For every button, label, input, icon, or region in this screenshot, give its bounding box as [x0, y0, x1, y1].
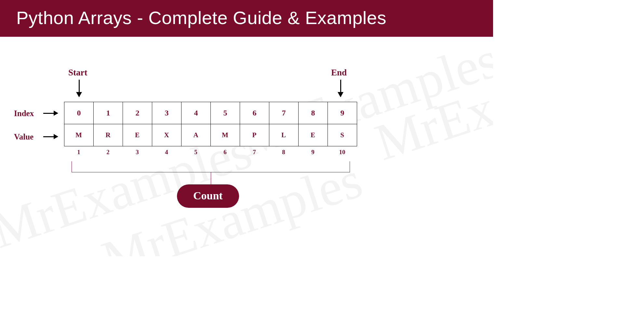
index-cell: 9 [328, 102, 357, 124]
value-cell: A [181, 124, 211, 146]
index-cell: 1 [94, 102, 123, 124]
value-row: M R E X A M P L E S [64, 124, 357, 146]
page-header: Python Arrays - Complete Guide & Example… [0, 0, 493, 37]
arrow-down-icon [79, 80, 80, 97]
diagram-area: MrExamples MrExamples MrExamples MrExamp… [0, 37, 493, 256]
count-cell: 10 [328, 149, 357, 156]
count-bracket [72, 161, 350, 172]
value-cell: P [240, 124, 269, 146]
count-cell: 9 [298, 149, 328, 156]
watermark: MrExamples [368, 33, 493, 173]
index-cell: 2 [123, 102, 152, 124]
count-bracket-stem [211, 172, 211, 185]
page-title: Python Arrays - Complete Guide & Example… [16, 7, 386, 28]
index-cell: 8 [299, 102, 328, 124]
index-cell: 0 [64, 102, 94, 124]
index-cell: 5 [211, 102, 240, 124]
count-cell: 4 [152, 149, 181, 156]
count-pill: Count [177, 184, 239, 208]
index-cell: 7 [269, 102, 299, 124]
count-cell: 5 [181, 149, 210, 156]
count-cell: 8 [269, 149, 298, 156]
index-row-label: Index [14, 109, 34, 118]
count-row: 1 2 3 4 5 6 7 8 9 10 [64, 149, 357, 156]
value-cell: S [328, 124, 357, 146]
count-cell: 7 [240, 149, 269, 156]
count-cell: 6 [210, 149, 240, 156]
value-row-label: Value [14, 132, 34, 141]
index-row: 0 1 2 3 4 5 6 7 8 9 [64, 102, 357, 124]
index-cell: 3 [152, 102, 181, 124]
end-label: End [331, 68, 347, 78]
count-cell: 1 [64, 149, 93, 156]
arrow-right-icon [43, 136, 58, 137]
count-cell: 3 [123, 149, 152, 156]
value-cell: L [269, 124, 299, 146]
value-cell: M [211, 124, 240, 146]
arrow-down-icon [340, 80, 341, 97]
array-table: 0 1 2 3 4 5 6 7 8 9 M R E X A M P L E S [64, 102, 357, 146]
start-label: Start [68, 68, 87, 78]
index-cell: 4 [181, 102, 211, 124]
count-cell: 2 [93, 149, 123, 156]
value-cell: E [123, 124, 152, 146]
index-cell: 6 [240, 102, 269, 124]
value-cell: X [152, 124, 181, 146]
value-cell: M [64, 124, 94, 146]
arrow-right-icon [43, 113, 58, 114]
value-cell: E [299, 124, 328, 146]
value-cell: R [94, 124, 123, 146]
